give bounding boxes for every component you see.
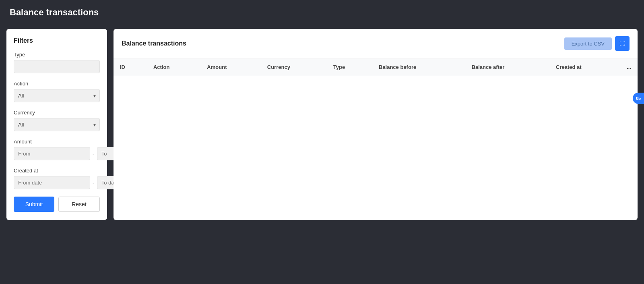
col-header-amount: Amount xyxy=(200,58,260,76)
notification-badge[interactable]: 05 xyxy=(633,93,644,104)
table-header: Balance transactions Export to CSV ⛶ xyxy=(114,29,638,58)
fullscreen-button[interactable]: ⛶ xyxy=(615,36,630,51)
col-header-id: ID xyxy=(114,58,147,76)
page-header: Balance transactions xyxy=(0,0,644,24)
transactions-table: ID Action Amount Currency Type Balance b… xyxy=(114,58,638,76)
export-csv-button[interactable]: Export to CSV xyxy=(564,37,612,50)
action-filter-group: Action All Credit Debit ▾ xyxy=(14,81,100,102)
currency-select-wrapper: All USD EUR GBP ▾ xyxy=(14,118,100,131)
table-panel-title: Balance transactions xyxy=(122,40,186,47)
table-panel: Balance transactions Export to CSV ⛶ ID … xyxy=(114,29,638,220)
action-filter-select[interactable]: All Credit Debit xyxy=(14,89,100,102)
type-filter-group: Type xyxy=(14,52,100,73)
type-filter-label: Type xyxy=(14,52,100,58)
currency-filter-select[interactable]: All USD EUR GBP xyxy=(14,118,100,131)
action-select-wrapper: All Credit Debit ▾ xyxy=(14,89,100,102)
col-header-created-at: Created at xyxy=(549,58,620,76)
filters-title: Filters xyxy=(14,37,100,44)
amount-range-separator: - xyxy=(93,151,95,157)
filter-buttons: Submit Reset xyxy=(14,197,100,212)
col-header-more: ... xyxy=(620,58,638,76)
amount-range-inputs: - xyxy=(14,147,100,160)
created-at-filter-group: Created at - xyxy=(14,168,100,189)
col-header-balance-before: Balance before xyxy=(372,58,465,76)
amount-from-input[interactable] xyxy=(14,147,90,160)
reset-button[interactable]: Reset xyxy=(58,197,100,212)
table-header-row: ID Action Amount Currency Type Balance b… xyxy=(114,58,638,76)
fullscreen-icon: ⛶ xyxy=(619,40,625,47)
col-header-action: Action xyxy=(147,58,200,76)
page-title: Balance transactions xyxy=(10,7,634,18)
created-at-from-input[interactable] xyxy=(14,176,90,189)
type-filter-input[interactable] xyxy=(14,60,100,73)
col-header-type: Type xyxy=(327,58,372,76)
main-content: Filters Type Action All Credit Debit ▾ C… xyxy=(0,24,644,225)
created-at-range-inputs: - xyxy=(14,176,100,189)
table-actions: Export to CSV ⛶ xyxy=(564,36,630,51)
currency-filter-group: Currency All USD EUR GBP ▾ xyxy=(14,110,100,131)
amount-filter-label: Amount xyxy=(14,139,100,145)
submit-button[interactable]: Submit xyxy=(14,197,54,212)
currency-filter-label: Currency xyxy=(14,110,100,116)
col-header-currency: Currency xyxy=(261,58,327,76)
created-at-filter-label: Created at xyxy=(14,168,100,174)
action-filter-label: Action xyxy=(14,81,100,87)
col-header-balance-after: Balance after xyxy=(465,58,549,76)
created-at-range-separator: - xyxy=(93,180,95,186)
filters-panel: Filters Type Action All Credit Debit ▾ C… xyxy=(6,29,107,220)
amount-filter-group: Amount - xyxy=(14,139,100,160)
